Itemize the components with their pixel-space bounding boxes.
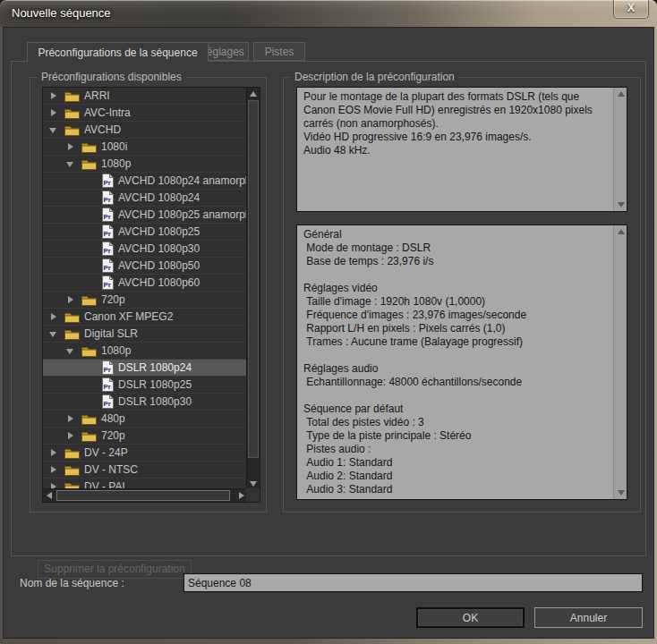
preset-tree[interactable]: ARRIAVC-IntraAVCHD1080i1080pPrAVCHD 1080… [42, 87, 260, 503]
tree-folder-row[interactable]: 720p [43, 428, 248, 445]
summary-scrollbar[interactable] [613, 88, 627, 211]
tree-preset-row[interactable]: PrAVCHD 1080p25 anamorph... [43, 207, 248, 224]
tree-folder-row[interactable]: DV - 24P [43, 445, 248, 462]
expand-arrow-icon[interactable] [47, 88, 64, 105]
expand-arrow-icon[interactable] [47, 462, 64, 479]
tree-item-label: AVCHD 1080p24 [118, 191, 200, 204]
premiere-preset-icon: Pr [102, 377, 114, 392]
premiere-preset-icon: Pr [102, 394, 114, 409]
folder-icon [81, 158, 97, 170]
tree-folder-row[interactable]: 1080p [43, 343, 248, 360]
scrollbar-corner [246, 488, 260, 502]
scroll-up-icon[interactable] [614, 225, 627, 238]
tree-folder-row[interactable]: DV - NTSC [43, 462, 248, 479]
expand-arrow-icon[interactable] [64, 428, 81, 445]
expand-arrow-icon[interactable] [47, 309, 64, 326]
tab-sequence-presets[interactable]: Préconfigurations de la séquence [27, 42, 209, 62]
collapse-arrow-icon[interactable] [64, 156, 81, 173]
tree-folder-row[interactable]: 1080i [43, 139, 248, 156]
tree-vertical-scrollbar[interactable] [246, 88, 260, 490]
folder-icon [64, 447, 80, 459]
arrow-spacer [81, 360, 102, 377]
sequence-name-input[interactable] [183, 573, 643, 592]
expand-arrow-icon[interactable] [64, 411, 81, 428]
arrow-spacer [81, 207, 102, 224]
new-sequence-dialog: Nouvelle séquence X Préconfigurations de… [0, 0, 657, 644]
tree-preset-row[interactable]: PrAVCHD 1080p30 [43, 241, 248, 258]
tree-hscroll-thumb[interactable] [56, 490, 230, 501]
tree-preset-row[interactable]: PrDSLR 1080p24 [43, 360, 248, 377]
tree-folder-row[interactable]: AVCHD [43, 122, 248, 139]
delete-preset-button[interactable]: Supprimer la préconfiguration [38, 560, 192, 579]
tree-folder-row[interactable]: Canon XF MPEG2 [43, 309, 248, 326]
scroll-up-icon[interactable] [614, 88, 627, 100]
cancel-button[interactable]: Annuler [534, 607, 643, 628]
scroll-down-icon[interactable] [614, 199, 627, 211]
tree-item-label: Canon XF MPEG2 [84, 310, 173, 323]
scroll-left-icon[interactable] [43, 489, 55, 502]
tree-item-label: AVCHD 1080p30 [118, 242, 200, 255]
arrow-spacer [81, 377, 102, 394]
folder-icon [64, 464, 80, 476]
folder-icon [64, 311, 80, 323]
scroll-down-icon[interactable] [614, 487, 627, 499]
premiere-preset-icon: Pr [102, 275, 114, 290]
sequence-name-label: Nom de la séquence : [20, 577, 124, 589]
tree-preset-row[interactable]: PrDSLR 1080p30 [43, 394, 248, 411]
tree-item-label: AVC-Intra [84, 106, 131, 119]
ok-button[interactable]: OK [416, 607, 525, 628]
collapse-arrow-icon[interactable] [47, 122, 64, 139]
preset-summary-text: Pour le montage de la plupart des format… [303, 90, 607, 208]
arrow-spacer [81, 190, 102, 207]
titlebar[interactable]: Nouvelle séquence X [0, 0, 657, 27]
tree-preset-row[interactable]: PrAVCHD 1080p24 [43, 190, 248, 207]
available-presets-group: Préconfigurations disponibles ARRIAVC-In… [30, 77, 267, 513]
preset-summary-box: Pour le montage de la plupart des format… [296, 87, 627, 212]
presets-tab-panel: Préconfigurations disponibles ARRIAVC-In… [11, 61, 646, 556]
tree-folder-row[interactable]: 1080p [43, 156, 248, 173]
details-scrollbar[interactable] [613, 225, 627, 499]
folder-icon [81, 430, 97, 442]
folder-icon [64, 328, 80, 340]
close-icon[interactable]: X [613, 0, 649, 19]
arrow-spacer [81, 258, 102, 275]
tree-vscroll-thumb[interactable] [248, 100, 259, 458]
tree-folder-row[interactable]: ARRI [43, 88, 248, 105]
tree-item-label: DSLR 1080p25 [118, 378, 192, 391]
tree-preset-row[interactable]: PrAVCHD 1080p60 [43, 275, 248, 292]
svg-text:Pr: Pr [104, 383, 111, 391]
window-title: Nouvelle séquence [12, 6, 111, 20]
tree-folder-row[interactable]: 480p [43, 411, 248, 428]
tree-item-label: 480p [101, 412, 125, 425]
tree-preset-row[interactable]: PrAVCHD 1080p24 anamorph... [43, 173, 248, 190]
tree-item-label: DSLR 1080p30 [118, 395, 192, 408]
arrow-spacer [81, 394, 102, 411]
expand-arrow-icon[interactable] [64, 139, 81, 156]
tree-item-label: 1080p [101, 157, 131, 170]
svg-text:Pr: Pr [104, 196, 111, 204]
tree-preset-row[interactable]: PrDSLR 1080p25 [43, 377, 248, 394]
svg-text:Pr: Pr [104, 400, 111, 408]
folder-icon [81, 141, 97, 153]
collapse-arrow-icon[interactable] [47, 326, 64, 343]
svg-text:Pr: Pr [104, 213, 111, 221]
folder-icon [64, 107, 80, 119]
tree-folder-row[interactable]: Digital SLR [43, 326, 248, 343]
tab-tracks[interactable]: Pistes [253, 42, 305, 61]
tree-folder-row[interactable]: 720p [43, 292, 248, 309]
tree-item-label: Digital SLR [84, 327, 138, 340]
scroll-up-icon[interactable] [247, 88, 260, 100]
expand-arrow-icon[interactable] [47, 105, 64, 122]
expand-arrow-icon[interactable] [47, 445, 64, 462]
tree-item-label: AVCHD 1080p25 anamorph... [118, 208, 248, 221]
tree-preset-row[interactable]: PrAVCHD 1080p50 [43, 258, 248, 275]
premiere-preset-icon: Pr [102, 208, 114, 222]
collapse-arrow-icon[interactable] [64, 343, 81, 360]
expand-arrow-icon[interactable] [64, 292, 81, 309]
tree-folder-row[interactable]: AVC-Intra [43, 105, 248, 122]
svg-text:Pr: Pr [104, 247, 111, 255]
preset-description-title: Description de la préconfiguration [290, 71, 459, 83]
tree-horizontal-scrollbar[interactable] [43, 488, 248, 502]
tree-preset-row[interactable]: PrAVCHD 1080p25 [43, 224, 248, 241]
premiere-preset-icon: Pr [102, 225, 114, 239]
